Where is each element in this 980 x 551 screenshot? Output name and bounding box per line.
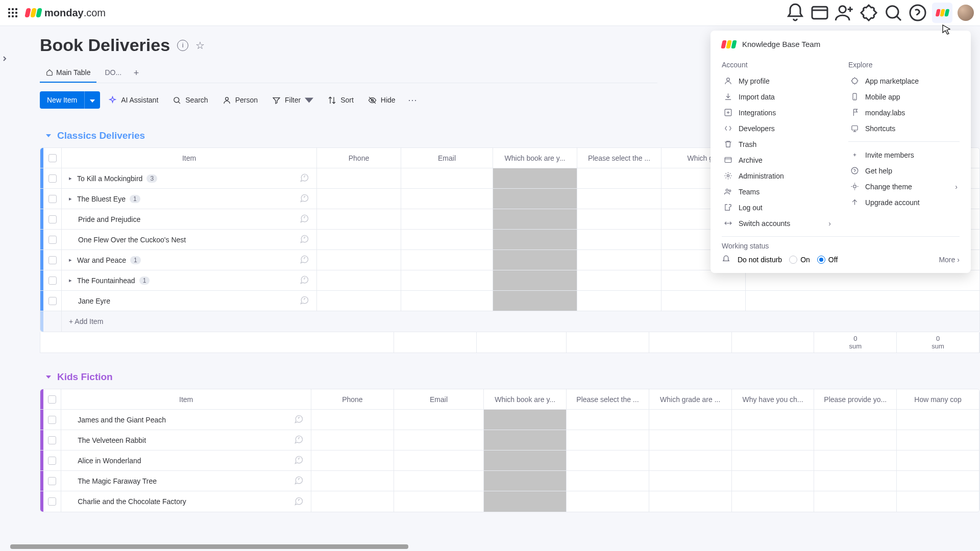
conversation-icon[interactable] [299, 213, 309, 225]
table-row[interactable]: Alice in Wonderland [40, 450, 979, 471]
expand-subitems-icon[interactable]: ▸ [69, 195, 72, 202]
table-row[interactable]: The Velveteen Rabbit [40, 430, 979, 450]
item-name-cell[interactable]: The Magic Faraway Tree [61, 471, 311, 491]
row-checkbox[interactable] [48, 416, 56, 424]
sort-button[interactable]: Sort [322, 92, 360, 109]
collapse-icon[interactable] [45, 373, 52, 381]
add-view-button[interactable]: + [130, 66, 143, 80]
menu-item-monday.labs[interactable]: monday.labs [848, 105, 960, 120]
item-name-cell[interactable]: James and the Giant Peach [61, 410, 311, 430]
info-icon[interactable]: i [177, 40, 188, 51]
conversation-icon[interactable] [299, 172, 309, 184]
menu-item-administration[interactable]: Administration [722, 168, 833, 184]
invite-icon[interactable] [834, 3, 854, 23]
menu-item-developers[interactable]: Developers [722, 120, 833, 136]
menu-item-trash[interactable]: Trash [722, 136, 833, 152]
hide-button[interactable]: Hide [362, 92, 402, 109]
row-checkbox[interactable] [48, 457, 56, 465]
expand-subitems-icon[interactable]: ▸ [69, 277, 72, 284]
row-checkbox[interactable] [48, 497, 56, 506]
menu-item-app-marketplace[interactable]: App marketplace [848, 73, 960, 89]
conversation-icon[interactable] [293, 434, 304, 446]
menu-item-log-out[interactable]: Log out [722, 199, 833, 215]
ai-assistant-button[interactable]: AI Assistant [102, 92, 164, 109]
item-name-cell[interactable]: ▸The Bluest Eye1 [62, 189, 317, 209]
menu-item-shortcuts[interactable]: Shortcuts [848, 120, 960, 136]
search-button[interactable]: Search [166, 92, 214, 109]
page-title[interactable]: Book Deliveries [40, 35, 170, 55]
filter-button[interactable]: Filter [266, 92, 320, 109]
select-all-checkbox[interactable] [48, 154, 57, 162]
menu-item-switch-accounts[interactable]: Switch accounts› [722, 215, 833, 231]
conversation-icon[interactable] [299, 193, 309, 205]
avatar[interactable] [957, 4, 975, 22]
column-header-item[interactable]: Item [62, 148, 317, 168]
menu-item-my-profile[interactable]: My profile [722, 73, 833, 89]
row-checkbox[interactable] [48, 277, 57, 285]
table-row[interactable]: Jane Eyre [40, 291, 979, 311]
conversation-icon[interactable] [293, 475, 304, 487]
expand-subitems-icon[interactable]: ▸ [69, 257, 72, 263]
conversation-icon[interactable] [299, 295, 309, 307]
conversation-icon[interactable] [293, 496, 304, 508]
tab-second[interactable]: DO... [99, 63, 128, 83]
item-name-cell[interactable]: One Flew Over the Cuckoo's Nest [62, 230, 317, 249]
row-checkbox[interactable] [48, 297, 57, 305]
menu-item-teams[interactable]: Teams [722, 184, 833, 199]
row-checkbox[interactable] [48, 436, 56, 444]
menu-item-invite-members[interactable]: Invite members [848, 147, 960, 163]
expand-subitems-icon[interactable]: ▸ [69, 175, 72, 182]
item-name-cell[interactable]: Alice in Wonderland [61, 450, 311, 470]
table-row[interactable]: Charlie and the Chocolate Factory [40, 491, 979, 512]
row-checkbox[interactable] [48, 215, 57, 223]
menu-item-mobile-app[interactable]: Mobile app [848, 89, 960, 105]
dnd-more-link[interactable]: More› [939, 256, 960, 264]
search-icon[interactable] [883, 3, 903, 23]
row-checkbox[interactable] [48, 195, 57, 203]
help-icon[interactable] [908, 3, 928, 23]
dnd-on-radio[interactable]: On [789, 256, 810, 264]
item-name-cell[interactable]: ▸To Kill a Mockingbird3 [62, 168, 317, 188]
conversation-icon[interactable] [293, 414, 304, 425]
person-filter-button[interactable]: Person [216, 92, 264, 109]
menu-item-import-data[interactable]: Import data [722, 89, 833, 105]
new-item-button[interactable]: New Item [40, 91, 100, 109]
favorite-star-icon[interactable]: ☆ [195, 39, 205, 52]
conversation-icon[interactable] [299, 274, 309, 286]
item-name-cell[interactable]: Jane Eyre [62, 291, 317, 311]
sidebar-expand-icon[interactable] [0, 43, 9, 74]
horizontal-scrollbar[interactable] [10, 544, 408, 549]
inbox-icon[interactable] [810, 3, 830, 23]
dnd-off-radio[interactable]: Off [817, 256, 838, 264]
item-name-cell[interactable]: ▸The Fountainhead1 [62, 270, 317, 290]
table-row[interactable]: The Magic Faraway Tree [40, 471, 979, 491]
row-checkbox[interactable] [48, 477, 56, 485]
apps-icon[interactable] [859, 3, 879, 23]
menu-item-change-theme[interactable]: Change theme› [848, 179, 960, 194]
conversation-icon[interactable] [299, 254, 309, 266]
add-item-row[interactable]: + Add Item [40, 311, 979, 332]
select-all-checkbox[interactable] [48, 395, 56, 404]
group-title-classics[interactable]: Classics Deliveries [57, 130, 145, 141]
row-checkbox[interactable] [48, 236, 57, 244]
new-item-dropdown[interactable] [84, 91, 100, 109]
row-checkbox[interactable] [48, 174, 57, 183]
item-name-cell[interactable]: The Velveteen Rabbit [61, 430, 311, 450]
group-title-kids[interactable]: Kids Fiction [57, 371, 113, 383]
menu-item-upgrade-account[interactable]: Upgrade account [848, 194, 960, 210]
table-row[interactable]: ▸The Fountainhead1 [40, 270, 979, 291]
menu-item-get-help[interactable]: Get help [848, 163, 960, 179]
conversation-icon[interactable] [293, 455, 304, 466]
logo[interactable]: monday.com [26, 7, 106, 19]
item-name-cell[interactable]: ▸War and Peace1 [62, 250, 317, 270]
tab-main-table[interactable]: Main Table [40, 63, 96, 83]
item-name-cell[interactable]: Pride and Prejudice [62, 209, 317, 229]
notifications-icon[interactable] [785, 3, 805, 23]
row-checkbox[interactable] [48, 256, 57, 264]
menu-item-archive[interactable]: Archive [722, 152, 833, 168]
table-row[interactable]: James and the Giant Peach [40, 410, 979, 430]
conversation-icon[interactable] [299, 234, 309, 245]
column-header-item[interactable]: Item [61, 389, 311, 409]
apps-grid-icon[interactable] [5, 5, 20, 20]
product-switcher-icon[interactable] [932, 3, 952, 23]
